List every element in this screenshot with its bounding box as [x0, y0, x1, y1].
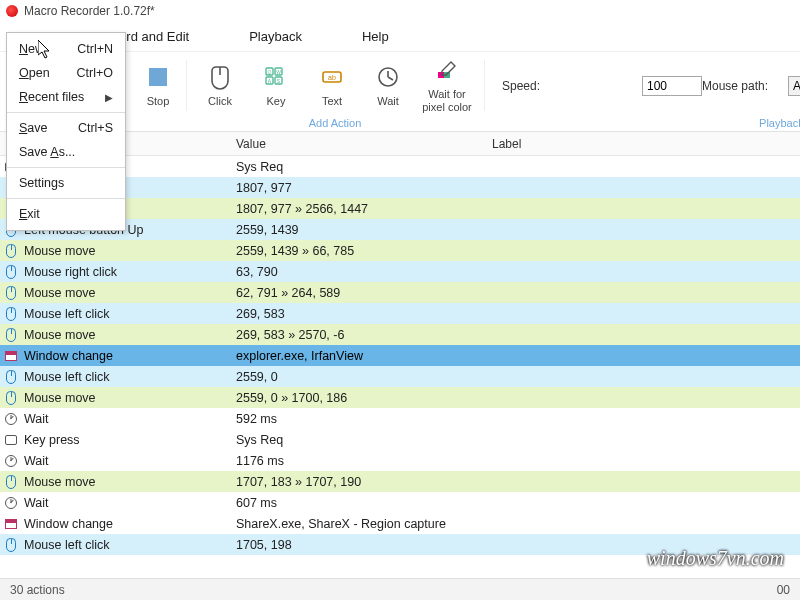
row-action: Window change	[22, 349, 236, 363]
row-value: Sys Req	[236, 433, 800, 447]
status-left: 30 actions	[10, 583, 65, 597]
row-action: Mouse move	[22, 475, 236, 489]
playback-properties: Speed: Mouse path: As recorded Repeat: P…	[484, 52, 800, 131]
mouse-icon	[0, 265, 22, 279]
file-recent[interactable]: Recent files▶	[7, 85, 125, 109]
key-icon	[0, 435, 22, 445]
mouse-path-select[interactable]: As recorded	[788, 76, 800, 96]
key-button[interactable]: Q W A S Key	[248, 63, 304, 107]
watermark: windows7vn.com	[647, 547, 784, 570]
table-row[interactable]: Key pressSys Req	[0, 429, 800, 450]
row-action: Mouse left click	[22, 370, 236, 384]
file-save[interactable]: SaveCtrl+S	[7, 116, 125, 140]
mouse-icon	[0, 307, 22, 321]
row-action: Mouse move	[22, 244, 236, 258]
title-bar: Macro Recorder 1.0.72f*	[0, 0, 800, 22]
table-row[interactable]: Mouse right click63, 790	[0, 261, 800, 282]
wait-pixel-button[interactable]: Wait for pixel color	[416, 56, 478, 112]
table-row[interactable]: Wait607 ms	[0, 492, 800, 513]
table-row[interactable]: Mouse move2559, 1439 » 66, 785	[0, 240, 800, 261]
row-value: 2559, 0	[236, 370, 800, 384]
playback-props-label: Playback Properties	[484, 117, 800, 129]
file-exit[interactable]: Exit	[7, 202, 125, 226]
row-value: explorer.exe, IrfanView	[236, 349, 800, 363]
row-action: Key press	[22, 433, 236, 447]
table-row[interactable]: Mouse move62, 791 » 264, 589	[0, 282, 800, 303]
row-value: ShareX.exe, ShareX - Region capture	[236, 517, 800, 531]
text-button[interactable]: ab Text	[304, 63, 360, 107]
row-action: Mouse right click	[22, 265, 236, 279]
table-row[interactable]: Mouse left click269, 583	[0, 303, 800, 324]
clock-icon	[374, 63, 402, 91]
row-action: Mouse move	[22, 286, 236, 300]
row-value: 1807, 977	[236, 181, 800, 195]
table-row[interactable]: Wait1176 ms	[0, 450, 800, 471]
mouse-icon	[0, 286, 22, 300]
row-value: 2559, 1439 » 66, 785	[236, 244, 800, 258]
mouse-path-label: Mouse path:	[702, 79, 780, 93]
row-action: Window change	[22, 517, 236, 531]
chevron-right-icon: ▶	[105, 92, 113, 103]
row-value: 2559, 1439	[236, 223, 800, 237]
row-value: 63, 790	[236, 265, 800, 279]
file-menu-dropdown: NewCtrl+N OpenCtrl+O Recent files▶ SaveC…	[6, 32, 126, 231]
table-row[interactable]: Wait592 ms	[0, 408, 800, 429]
app-logo-icon	[6, 5, 18, 17]
menu-playback[interactable]: Playback	[249, 29, 302, 44]
col-label[interactable]: Label	[492, 137, 800, 151]
file-open[interactable]: OpenCtrl+O	[7, 61, 125, 85]
svg-text:Q: Q	[268, 68, 272, 74]
clock-icon	[0, 497, 22, 509]
mouse-icon	[206, 63, 234, 91]
row-action: Mouse left click	[22, 538, 236, 552]
row-action: Wait	[22, 412, 236, 426]
row-value: 62, 791 » 264, 589	[236, 286, 800, 300]
col-value[interactable]: Value	[236, 137, 492, 151]
row-action: Mouse move	[22, 328, 236, 342]
speed-input[interactable]	[642, 76, 702, 96]
clock-icon	[0, 413, 22, 425]
table-row[interactable]: Mouse move1707, 183 » 1707, 190	[0, 471, 800, 492]
keyboard-icon: Q W A S	[262, 63, 290, 91]
row-value: 592 ms	[236, 412, 800, 426]
win-icon	[0, 351, 22, 361]
row-value: Sys Req	[236, 160, 800, 174]
text-icon: ab	[318, 63, 346, 91]
svg-text:A: A	[268, 77, 272, 83]
file-settings[interactable]: Settings	[7, 171, 125, 195]
row-action: Mouse move	[22, 391, 236, 405]
table-row[interactable]: Mouse move269, 583 » 2570, -6	[0, 324, 800, 345]
mouse-icon	[0, 328, 22, 342]
table-row[interactable]: Window changeexplorer.exe, IrfanView	[0, 345, 800, 366]
click-button[interactable]: Click	[192, 63, 248, 107]
mouse-icon	[0, 244, 22, 258]
svg-text:S: S	[277, 77, 281, 83]
file-new[interactable]: NewCtrl+N	[7, 37, 125, 61]
row-action: Wait	[22, 454, 236, 468]
row-value: 2559, 0 » 1700, 186	[236, 391, 800, 405]
svg-text:W: W	[276, 68, 281, 74]
cursor-icon	[38, 40, 54, 60]
table-row[interactable]: Window changeShareX.exe, ShareX - Region…	[0, 513, 800, 534]
status-right: 00	[777, 583, 790, 597]
row-value: 269, 583 » 2570, -6	[236, 328, 800, 342]
stop-button[interactable]: Stop	[130, 63, 186, 107]
stop-icon	[144, 63, 172, 91]
row-value: 607 ms	[236, 496, 800, 510]
clock-icon	[0, 455, 22, 467]
row-value: 1807, 977 » 2566, 1447	[236, 202, 800, 216]
row-value: 1176 ms	[236, 454, 800, 468]
menu-help[interactable]: Help	[362, 29, 389, 44]
color-picker-icon	[433, 56, 461, 84]
file-save-as[interactable]: Save As...	[7, 140, 125, 164]
speed-label: Speed:	[502, 79, 580, 93]
wait-button[interactable]: Wait	[360, 63, 416, 107]
mouse-icon	[0, 538, 22, 552]
mouse-icon	[0, 391, 22, 405]
table-row[interactable]: Mouse left click2559, 0	[0, 366, 800, 387]
row-value: 1707, 183 » 1707, 190	[236, 475, 800, 489]
status-bar: 30 actions 00	[0, 578, 800, 600]
row-value: 269, 583	[236, 307, 800, 321]
svg-text:ab: ab	[328, 74, 336, 81]
table-row[interactable]: Mouse move2559, 0 » 1700, 186	[0, 387, 800, 408]
